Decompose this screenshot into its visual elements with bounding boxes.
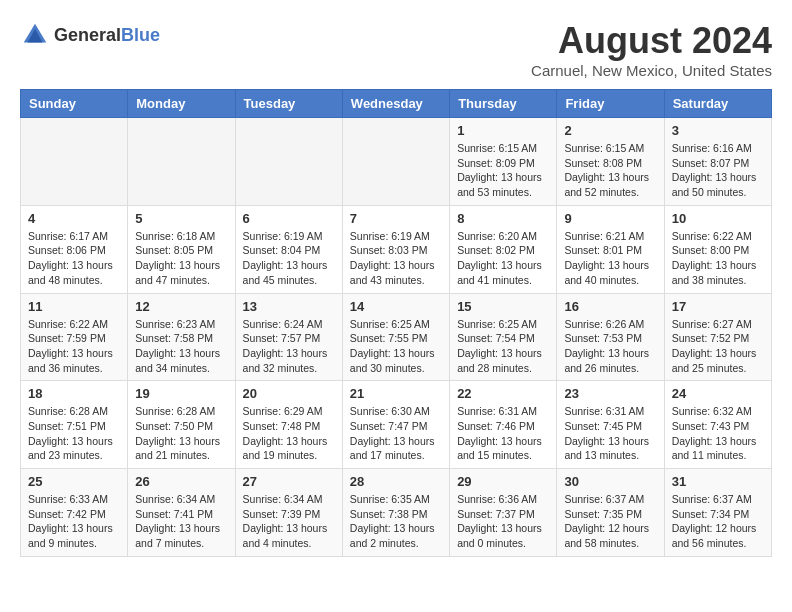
day-number: 10 [672,211,764,226]
day-number: 4 [28,211,120,226]
day-number: 22 [457,386,549,401]
calendar-cell: 20Sunrise: 6:29 AM Sunset: 7:48 PM Dayli… [235,381,342,469]
calendar-cell: 21Sunrise: 6:30 AM Sunset: 7:47 PM Dayli… [342,381,449,469]
day-info: Sunrise: 6:26 AM Sunset: 7:53 PM Dayligh… [564,317,656,376]
day-number: 28 [350,474,442,489]
day-info: Sunrise: 6:31 AM Sunset: 7:46 PM Dayligh… [457,404,549,463]
day-info: Sunrise: 6:16 AM Sunset: 8:07 PM Dayligh… [672,141,764,200]
page-header: GeneralBlue August 2024 Carnuel, New Mex… [20,20,772,79]
calendar-cell: 17Sunrise: 6:27 AM Sunset: 7:52 PM Dayli… [664,293,771,381]
day-number: 6 [243,211,335,226]
calendar-week-3: 11Sunrise: 6:22 AM Sunset: 7:59 PM Dayli… [21,293,772,381]
day-info: Sunrise: 6:29 AM Sunset: 7:48 PM Dayligh… [243,404,335,463]
day-header-friday: Friday [557,90,664,118]
day-number: 16 [564,299,656,314]
calendar-week-5: 25Sunrise: 6:33 AM Sunset: 7:42 PM Dayli… [21,469,772,557]
calendar-cell: 12Sunrise: 6:23 AM Sunset: 7:58 PM Dayli… [128,293,235,381]
calendar-table: SundayMondayTuesdayWednesdayThursdayFrid… [20,89,772,557]
day-info: Sunrise: 6:27 AM Sunset: 7:52 PM Dayligh… [672,317,764,376]
calendar-cell: 10Sunrise: 6:22 AM Sunset: 8:00 PM Dayli… [664,205,771,293]
calendar-cell: 2Sunrise: 6:15 AM Sunset: 8:08 PM Daylig… [557,118,664,206]
day-number: 11 [28,299,120,314]
day-info: Sunrise: 6:22 AM Sunset: 8:00 PM Dayligh… [672,229,764,288]
day-number: 17 [672,299,764,314]
day-info: Sunrise: 6:33 AM Sunset: 7:42 PM Dayligh… [28,492,120,551]
calendar-cell: 22Sunrise: 6:31 AM Sunset: 7:46 PM Dayli… [450,381,557,469]
day-info: Sunrise: 6:31 AM Sunset: 7:45 PM Dayligh… [564,404,656,463]
day-header-saturday: Saturday [664,90,771,118]
day-info: Sunrise: 6:34 AM Sunset: 7:39 PM Dayligh… [243,492,335,551]
day-number: 27 [243,474,335,489]
day-info: Sunrise: 6:34 AM Sunset: 7:41 PM Dayligh… [135,492,227,551]
calendar-cell: 14Sunrise: 6:25 AM Sunset: 7:55 PM Dayli… [342,293,449,381]
day-info: Sunrise: 6:19 AM Sunset: 8:04 PM Dayligh… [243,229,335,288]
calendar-cell: 30Sunrise: 6:37 AM Sunset: 7:35 PM Dayli… [557,469,664,557]
day-number: 31 [672,474,764,489]
calendar-cell: 26Sunrise: 6:34 AM Sunset: 7:41 PM Dayli… [128,469,235,557]
calendar-cell: 5Sunrise: 6:18 AM Sunset: 8:05 PM Daylig… [128,205,235,293]
day-info: Sunrise: 6:25 AM Sunset: 7:55 PM Dayligh… [350,317,442,376]
day-number: 15 [457,299,549,314]
day-info: Sunrise: 6:28 AM Sunset: 7:50 PM Dayligh… [135,404,227,463]
calendar-week-2: 4Sunrise: 6:17 AM Sunset: 8:06 PM Daylig… [21,205,772,293]
calendar-cell: 1Sunrise: 6:15 AM Sunset: 8:09 PM Daylig… [450,118,557,206]
calendar-cell: 3Sunrise: 6:16 AM Sunset: 8:07 PM Daylig… [664,118,771,206]
calendar-cell [342,118,449,206]
calendar-cell: 15Sunrise: 6:25 AM Sunset: 7:54 PM Dayli… [450,293,557,381]
day-number: 3 [672,123,764,138]
day-info: Sunrise: 6:18 AM Sunset: 8:05 PM Dayligh… [135,229,227,288]
month-title: August 2024 [531,20,772,62]
calendar-cell: 4Sunrise: 6:17 AM Sunset: 8:06 PM Daylig… [21,205,128,293]
calendar-cell: 13Sunrise: 6:24 AM Sunset: 7:57 PM Dayli… [235,293,342,381]
day-info: Sunrise: 6:36 AM Sunset: 7:37 PM Dayligh… [457,492,549,551]
logo-blue: Blue [121,25,160,45]
logo-text: GeneralBlue [54,25,160,46]
day-number: 29 [457,474,549,489]
day-info: Sunrise: 6:32 AM Sunset: 7:43 PM Dayligh… [672,404,764,463]
day-info: Sunrise: 6:20 AM Sunset: 8:02 PM Dayligh… [457,229,549,288]
day-number: 20 [243,386,335,401]
day-header-tuesday: Tuesday [235,90,342,118]
day-info: Sunrise: 6:24 AM Sunset: 7:57 PM Dayligh… [243,317,335,376]
day-number: 12 [135,299,227,314]
calendar-cell [235,118,342,206]
day-info: Sunrise: 6:22 AM Sunset: 7:59 PM Dayligh… [28,317,120,376]
day-info: Sunrise: 6:15 AM Sunset: 8:09 PM Dayligh… [457,141,549,200]
day-number: 8 [457,211,549,226]
calendar-cell: 23Sunrise: 6:31 AM Sunset: 7:45 PM Dayli… [557,381,664,469]
day-info: Sunrise: 6:37 AM Sunset: 7:35 PM Dayligh… [564,492,656,551]
calendar-cell: 16Sunrise: 6:26 AM Sunset: 7:53 PM Dayli… [557,293,664,381]
day-info: Sunrise: 6:15 AM Sunset: 8:08 PM Dayligh… [564,141,656,200]
day-header-sunday: Sunday [21,90,128,118]
calendar-cell: 18Sunrise: 6:28 AM Sunset: 7:51 PM Dayli… [21,381,128,469]
day-number: 18 [28,386,120,401]
day-info: Sunrise: 6:25 AM Sunset: 7:54 PM Dayligh… [457,317,549,376]
day-info: Sunrise: 6:21 AM Sunset: 8:01 PM Dayligh… [564,229,656,288]
calendar-cell: 31Sunrise: 6:37 AM Sunset: 7:34 PM Dayli… [664,469,771,557]
logo-general: General [54,25,121,45]
calendar-cell: 8Sunrise: 6:20 AM Sunset: 8:02 PM Daylig… [450,205,557,293]
day-number: 21 [350,386,442,401]
logo: GeneralBlue [20,20,160,50]
day-header-monday: Monday [128,90,235,118]
calendar-cell: 29Sunrise: 6:36 AM Sunset: 7:37 PM Dayli… [450,469,557,557]
day-header-wednesday: Wednesday [342,90,449,118]
calendar-cell: 19Sunrise: 6:28 AM Sunset: 7:50 PM Dayli… [128,381,235,469]
day-number: 14 [350,299,442,314]
day-number: 7 [350,211,442,226]
day-info: Sunrise: 6:35 AM Sunset: 7:38 PM Dayligh… [350,492,442,551]
day-number: 25 [28,474,120,489]
logo-icon [20,20,50,50]
day-info: Sunrise: 6:28 AM Sunset: 7:51 PM Dayligh… [28,404,120,463]
day-number: 1 [457,123,549,138]
calendar-header-row: SundayMondayTuesdayWednesdayThursdayFrid… [21,90,772,118]
calendar-cell [21,118,128,206]
calendar-cell [128,118,235,206]
day-number: 26 [135,474,227,489]
day-number: 23 [564,386,656,401]
calendar-week-1: 1Sunrise: 6:15 AM Sunset: 8:09 PM Daylig… [21,118,772,206]
day-header-thursday: Thursday [450,90,557,118]
day-info: Sunrise: 6:23 AM Sunset: 7:58 PM Dayligh… [135,317,227,376]
day-number: 13 [243,299,335,314]
day-info: Sunrise: 6:37 AM Sunset: 7:34 PM Dayligh… [672,492,764,551]
